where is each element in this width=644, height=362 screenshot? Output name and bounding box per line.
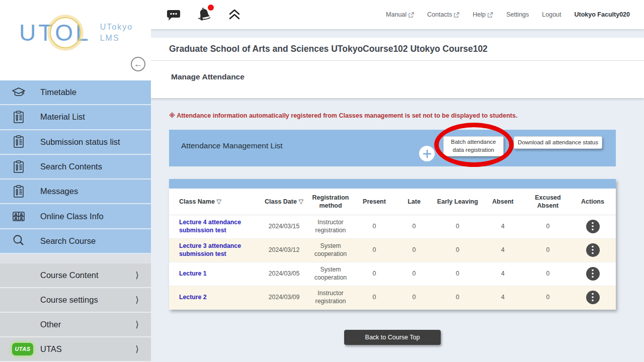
- late-cell: 0: [392, 215, 436, 238]
- class-name-link[interactable]: Lecture 3 attendance submission test: [179, 242, 263, 258]
- excused-absent-cell: 0: [526, 286, 570, 309]
- manual-link[interactable]: Manual: [386, 11, 414, 18]
- collapse-up-icon[interactable]: [227, 8, 242, 22]
- main-area: Manual Contacts Help Settings Logout U: [151, 0, 644, 362]
- registration-method-cell: Instructor registration: [305, 215, 356, 238]
- sidebar-item-timetable[interactable]: Timetable: [0, 80, 151, 105]
- clipboard-icon: [10, 160, 27, 174]
- clipboard-icon: [10, 135, 27, 149]
- topbar-links: Manual Contacts Help Settings Logout U: [386, 11, 630, 18]
- graduation-cap-icon: [10, 86, 27, 99]
- early-leaving-cell: 0: [436, 238, 479, 262]
- early-leaving-cell: 0: [436, 286, 479, 309]
- absent-cell: 4: [479, 238, 526, 262]
- class-date-cell: 2024/03/09: [263, 286, 305, 309]
- page-title: Manage Attendance: [151, 61, 644, 81]
- header-absent: Absent: [479, 189, 526, 215]
- late-cell: 0: [392, 262, 436, 286]
- late-cell: 0: [392, 238, 436, 262]
- settings-link[interactable]: Settings: [506, 11, 529, 18]
- class-name-link[interactable]: Lecture 2: [179, 294, 207, 302]
- attendance-notice: ※ Attendance information automatically r…: [169, 112, 616, 119]
- header-present: Present: [356, 189, 392, 215]
- registration-method-cell: Instructor registration: [305, 286, 356, 309]
- batch-attendance-registration-button[interactable]: Batch attendance data registration: [443, 136, 504, 156]
- chevron-right-icon: ⟩: [135, 344, 139, 354]
- page-content: Graduate School of Arts and Sciences UTo…: [151, 29, 644, 362]
- class-name-link[interactable]: Lecture 1: [179, 270, 207, 278]
- panel-title: Attendance Management List: [181, 141, 283, 150]
- registration-method-cell: System cooperation: [305, 262, 356, 286]
- sidebar-item-utas[interactable]: UTAS UTAS ⟩: [0, 337, 151, 362]
- sidebar-item-label: Online Class Info: [40, 212, 104, 221]
- topbar-icons: [166, 7, 242, 23]
- excused-absent-cell: 0: [526, 262, 570, 286]
- external-link-icon: [454, 12, 459, 18]
- class-name-link[interactable]: Lecture 4 attendance submission test: [179, 219, 263, 235]
- help-link[interactable]: Help: [472, 11, 493, 18]
- notifications-bell-icon[interactable]: [196, 7, 212, 23]
- topbar: Manual Contacts Help Settings Logout U: [151, 0, 644, 29]
- header-registration-method: Registration method: [305, 189, 356, 215]
- sidebar-item-other[interactable]: Other ⟩: [0, 313, 151, 337]
- row-actions-menu-button[interactable]: [586, 267, 600, 281]
- table-accent-bar: [169, 179, 616, 189]
- class-date-cell: 2024/03/05: [263, 262, 305, 286]
- utol-logo: UTOL UTokyo LMS: [19, 21, 133, 44]
- present-cell: 0: [356, 286, 392, 309]
- sidebar-item-label: Messages: [40, 187, 78, 196]
- online-class-icon: [10, 210, 27, 223]
- back-to-course-top-button[interactable]: Back to Course Top: [344, 330, 441, 345]
- present-cell: 0: [356, 238, 392, 262]
- table-row: Lecture 3 attendance submission test 202…: [169, 238, 616, 262]
- early-leaving-cell: 0: [436, 215, 479, 238]
- plus-icon: [423, 149, 432, 158]
- app-window: UTOL UTokyo LMS ← Timetable Material Lis…: [0, 0, 644, 362]
- contacts-link[interactable]: Contacts: [427, 11, 459, 18]
- late-cell: 0: [392, 286, 436, 309]
- sidebar-item-course-content[interactable]: Course Content ⟩: [0, 263, 151, 288]
- attendance-table: Class Name ▽ Class Date ▽ Registration m…: [169, 179, 616, 310]
- sidebar: UTOL UTokyo LMS ← Timetable Material Lis…: [0, 0, 151, 362]
- header-class-name[interactable]: Class Name ▽: [169, 189, 263, 215]
- excused-absent-cell: 0: [526, 215, 570, 238]
- add-attendance-button[interactable]: [419, 146, 435, 161]
- row-actions-menu-button[interactable]: [586, 243, 600, 257]
- notification-badge-dot: [208, 5, 214, 11]
- chat-icon[interactable]: [166, 8, 181, 22]
- header-class-date[interactable]: Class Date ▽: [263, 189, 305, 215]
- table-row: Lecture 2 2024/03/09 Instructor registra…: [169, 286, 616, 309]
- present-cell: 0: [356, 262, 392, 286]
- external-link-icon: [488, 12, 493, 18]
- sidebar-group-menu: Course Content ⟩ Course settings ⟩ Other…: [0, 263, 151, 362]
- sidebar-item-submission-status[interactable]: Submission status list: [0, 130, 151, 155]
- sidebar-divider: [0, 254, 151, 263]
- absent-cell: 4: [479, 215, 526, 238]
- clipboard-icon: [10, 110, 27, 124]
- sidebar-item-course-settings[interactable]: Course settings ⟩: [0, 288, 151, 313]
- logo-area: UTOL UTokyo LMS ←: [0, 0, 151, 80]
- sidebar-collapse-button[interactable]: ←: [131, 57, 145, 71]
- clipboard-icon: [10, 185, 27, 199]
- chevron-right-icon: ⟩: [135, 319, 139, 330]
- footer-actions: Back to Course Top: [169, 330, 616, 345]
- row-actions-menu-button[interactable]: [586, 220, 600, 233]
- sidebar-menu: Timetable Material List Submission statu…: [0, 80, 151, 254]
- sidebar-item-search-course[interactable]: Search Course: [0, 229, 151, 254]
- sidebar-item-online-class-info[interactable]: Online Class Info: [0, 204, 151, 229]
- present-cell: 0: [356, 215, 392, 238]
- sidebar-item-label: Search Contents: [40, 162, 102, 171]
- sidebar-item-material-list[interactable]: Material List: [0, 105, 151, 130]
- class-date-cell: 2024/03/15: [263, 215, 305, 238]
- header-excused-absent: Excused Absent: [526, 189, 570, 215]
- header-early-leaving: Early Leaving: [436, 189, 479, 215]
- row-actions-menu-button[interactable]: [586, 291, 600, 304]
- user-name: Utokyo Faculty020: [575, 11, 630, 18]
- download-all-attendance-button[interactable]: Download all attendance status: [514, 136, 602, 149]
- sidebar-item-messages[interactable]: Messages: [0, 179, 151, 204]
- sidebar-item-search-contents[interactable]: Search Contents: [0, 155, 151, 179]
- chevron-right-icon: ⟩: [135, 270, 139, 281]
- table-row: Lecture 1 2024/03/05 System cooperation …: [169, 262, 616, 286]
- chevron-right-icon: ⟩: [135, 295, 139, 305]
- logout-link[interactable]: Logout: [542, 11, 561, 18]
